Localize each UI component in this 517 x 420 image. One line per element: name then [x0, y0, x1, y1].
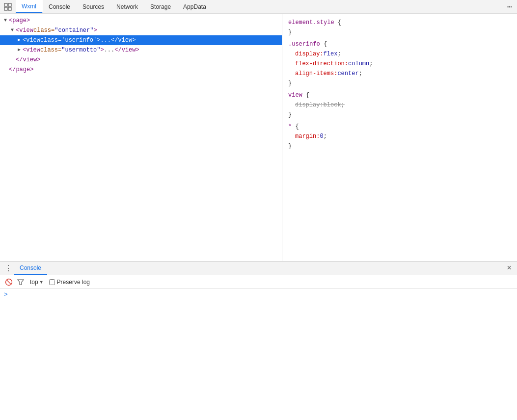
svg-rect-2	[4, 7, 7, 10]
tree-row-view-usermotto[interactable]: ▶ <view class="usermotto">...</view>	[0, 45, 282, 55]
tag-bracket-end3: >	[100, 46, 104, 54]
tab-storage[interactable]: Storage	[144, 0, 177, 13]
css-brace-open-2: {	[324, 41, 327, 48]
css-brace-open-3: {	[306, 92, 309, 99]
tag-close-view3: view	[122, 46, 136, 54]
css-prop-display: display:flex;	[288, 49, 511, 59]
css-selector-line-star: * {	[288, 122, 511, 131]
css-section-element-style: element.style { }	[288, 18, 511, 37]
tag-close-view-name: view	[23, 55, 37, 64]
css-prop-flex-direction: flex-direction:column;	[288, 59, 511, 69]
console-dropdown-arrow: ▼	[39, 280, 44, 285]
attr-val-usermotto: "usermotto"	[61, 46, 100, 54]
tag-name-view: view	[19, 26, 33, 35]
attr-class3: class=	[40, 46, 61, 54]
css-section-userinfo: .userinfo { display:flex; flex-direction…	[288, 39, 511, 88]
css-section-star: * { margin:0; }	[288, 122, 511, 151]
preserve-log-checkbox[interactable]	[49, 279, 55, 285]
svg-rect-1	[8, 3, 11, 6]
arrow-userinfo[interactable]: ▶	[16, 36, 23, 45]
css-prop-display-block: display:block;	[288, 100, 511, 110]
console-tab-bar: ⋮ Console ×	[0, 262, 517, 275]
css-value-zero: 0	[320, 133, 323, 140]
css-selector-line-view: view {	[288, 90, 511, 100]
tag-close-end-main: >	[37, 55, 40, 64]
css-selector-star: *	[288, 123, 292, 130]
css-prop-display-block-text: display:block;	[295, 102, 345, 108]
arrow-container[interactable]: ▼	[9, 26, 16, 35]
tag-name-view2: view	[26, 36, 40, 45]
main-split-pane: ▼ <page> ▼ <view class="container"> ▶ <v…	[0, 14, 517, 262]
css-prop-name-display: display:	[295, 51, 324, 57]
css-brace-open-4: {	[295, 123, 299, 130]
tab-sources[interactable]: Sources	[77, 0, 110, 13]
css-brace-close-1: }	[288, 29, 292, 36]
console-top-label: top	[30, 279, 38, 286]
more-options-icon[interactable]: ⋯	[503, 1, 515, 13]
tree-row-page-open[interactable]: ▼ <page>	[0, 16, 282, 26]
tag-close-page-name: page	[16, 65, 30, 74]
tag-close-end3: >	[136, 46, 139, 54]
devtools-logo-icon[interactable]	[2, 1, 14, 13]
css-prop-name-flex-dir: flex-direction:	[295, 60, 348, 67]
tree-row-page-close[interactable]: </page>	[0, 65, 282, 75]
svg-rect-3	[8, 7, 11, 10]
console-close-button[interactable]: ×	[503, 262, 515, 274]
css-brace-close-line-4: }	[288, 141, 511, 151]
tab-console[interactable]: Console	[43, 0, 77, 13]
tag-close-end: >	[132, 36, 136, 45]
console-tab-console[interactable]: Console	[14, 262, 47, 275]
svg-marker-6	[18, 280, 24, 285]
tag-close-view-main: </	[16, 55, 23, 64]
css-semicolon-2: ;	[369, 60, 373, 67]
attr-class2: class=	[40, 36, 61, 45]
css-brace-close-line-2: }	[288, 79, 511, 88]
css-selector-line-userinfo: .userinfo {	[288, 39, 511, 49]
css-semicolon-3: ;	[359, 70, 362, 77]
preserve-log-text: Preserve log	[57, 279, 90, 286]
css-prop-name-align: align-items:	[295, 70, 337, 77]
css-brace-close-3: }	[288, 111, 292, 118]
tab-appdata[interactable]: AppData	[177, 0, 213, 13]
tree-row-view-container[interactable]: ▼ <view class="container">	[0, 26, 282, 35]
css-value-flex: flex	[324, 51, 338, 57]
console-clear-button[interactable]	[4, 277, 14, 287]
arrow-usermotto[interactable]: ▶	[16, 46, 23, 54]
tag-bracket-end2: >	[97, 36, 100, 45]
console-prompt-symbol: >	[4, 291, 8, 298]
tab-network[interactable]: Network	[110, 0, 144, 13]
css-selector-view: view	[288, 92, 302, 99]
toolbar-end: ⋯	[503, 1, 515, 13]
ellipsis-usermotto: ...	[104, 46, 115, 54]
tag-close-page: </	[9, 65, 16, 74]
svg-line-5	[7, 280, 11, 284]
tag-name-view3: view	[26, 46, 40, 54]
tab-wxml[interactable]: Wxml	[16, 0, 43, 13]
ellipsis-userinfo: ...	[100, 36, 111, 45]
toolbar-tabs: Wxml Console Sources Network Storage App…	[16, 0, 213, 13]
preserve-log-label[interactable]: Preserve log	[49, 279, 90, 286]
tag-close-page-end: >	[30, 65, 33, 74]
console-filter-icon[interactable]	[17, 278, 25, 286]
console-context-select[interactable]: top ▼	[27, 278, 46, 286]
tag-name-page: page	[12, 16, 27, 25]
attr-val-container: "container"	[54, 26, 93, 35]
svg-rect-0	[4, 3, 7, 6]
arrow-page[interactable]: ▼	[2, 16, 9, 25]
tag-close-open: </	[111, 36, 118, 45]
console-input-area: >	[0, 289, 517, 420]
css-panel: element.style { } .userinfo { display:fl…	[282, 14, 517, 261]
css-selector-element-style: element.style	[288, 19, 334, 26]
css-brace-close-2: }	[288, 80, 292, 87]
css-prop-margin: margin:0;	[288, 131, 511, 141]
css-prop-name-margin: margin:	[295, 133, 320, 140]
tree-row-view-userinfo[interactable]: ▶ <view class='userinfo'>...</view>	[0, 35, 282, 45]
console-prompt: >	[4, 291, 513, 298]
attr-class: class=	[33, 26, 54, 35]
tag-bracket-end: >	[93, 26, 97, 35]
css-prop-align-items: align-items:center;	[288, 69, 511, 79]
console-tab-bar-dots-icon[interactable]: ⋮	[2, 262, 14, 274]
tree-row-view-close[interactable]: </view>	[0, 55, 282, 65]
tag-bracket: <	[9, 16, 12, 25]
console-toolbar: top ▼ Preserve log	[0, 275, 517, 289]
